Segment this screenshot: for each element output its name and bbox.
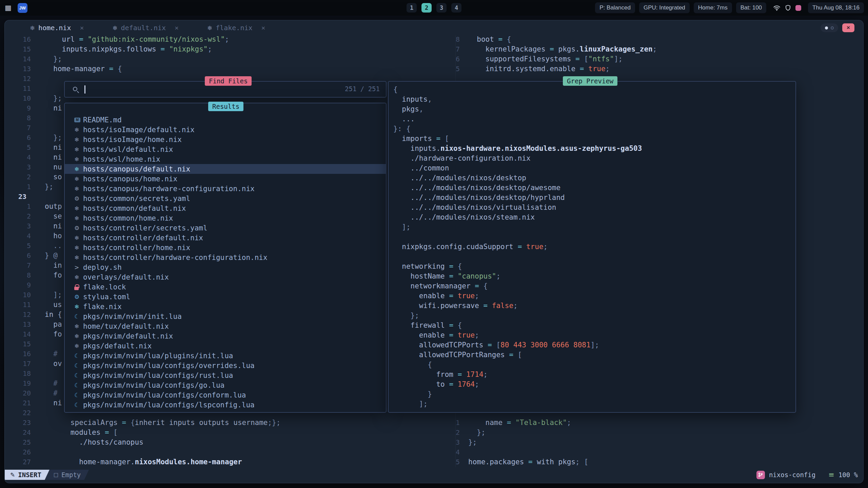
picker-item[interactable]: ❄hosts/isoImage/default.nix (65, 125, 386, 135)
picker-item[interactable]: ❄hosts/common/home.nix (65, 213, 386, 223)
picker-item[interactable]: ☾pkgs/nvim/nvim/lua/configs/go.lua (65, 380, 386, 390)
picker-item-label: pkgs/nvim/nvim/lua/configs/lspconfig.lua (83, 401, 255, 409)
app-launcher-icon[interactable]: ▦ (5, 4, 12, 12)
workspace-button-3[interactable]: 3 (436, 3, 447, 13)
code-line[interactable]: 5 initrd.systemd.enable = true; (5, 64, 863, 74)
picker-item[interactable]: ⚙hosts/common/secrets.yaml (65, 194, 386, 203)
line-number: 17 (18, 359, 31, 369)
preview-code-line: ../../modules/nixos/virtualisation (393, 203, 795, 212)
code-line[interactable]: 1 name = "Tela-black"; (5, 418, 863, 428)
line-number: 2 (447, 428, 460, 438)
picker-item[interactable]: ☾pkgs/nvim/nvim/lua/configs/overrides.lu… (65, 361, 386, 370)
tab-close-icon[interactable]: × (261, 24, 265, 32)
file-status-label: Empty (61, 471, 81, 479)
preview-code-line: to = 1764; (393, 380, 795, 389)
picker-item[interactable]: ❄overlays/default.nix (65, 272, 386, 282)
window-toggle-pill[interactable] (821, 23, 838, 32)
workspace-button-2[interactable]: 2 (421, 3, 432, 13)
line-number: 14 (18, 329, 31, 339)
code-line[interactable]: 2 }; (5, 428, 863, 438)
picker-item[interactable]: ❄flake.nix (65, 302, 386, 311)
picker-item[interactable]: ☾pkgs/nvim/nvim/lua/configs/lspconfig.lu… (65, 400, 386, 410)
picker-item[interactable]: ☾pkgs/nvim/nvim/lua/plugins/init.lua (65, 351, 386, 361)
code-line[interactable]: 4 (5, 447, 863, 457)
picker-item[interactable]: ❄hosts/wsl/default.nix (65, 144, 386, 154)
picker-item[interactable]: ❄hosts/controller/home.nix (65, 243, 386, 252)
picker-item[interactable]: MREADME.md (65, 115, 386, 125)
status-chip: GPU: Integrated (639, 2, 690, 13)
tab-home.nix[interactable]: ❄home.nix× (30, 24, 84, 32)
picker-item[interactable]: ❄pkgs/nvim/default.nix (65, 331, 386, 341)
system-bar-left: ▦ JW (5, 0, 27, 16)
code-line[interactable]: 5home.packages = with pkgs; [ (5, 457, 863, 467)
tab-default.nix[interactable]: ❄default.nix× (112, 24, 179, 32)
workspace-button-4[interactable]: 4 (451, 3, 461, 13)
preview-code-line: }; (393, 311, 795, 321)
line-number: 5 (18, 241, 31, 251)
picker-item[interactable]: ❄hosts/controller/default.nix (65, 233, 386, 243)
line-number: 23 (18, 192, 31, 202)
picker-item[interactable]: >deploy.sh (65, 262, 386, 272)
picker-item[interactable]: ❄hosts/wsl/home.nix (65, 154, 386, 164)
tab-label: flake.nix (216, 24, 252, 32)
picker-item[interactable]: ❄pkgs/default.nix (65, 341, 386, 351)
workspace-button-1[interactable]: 1 (407, 3, 417, 13)
pencil-icon: ✎ (10, 471, 15, 478)
line-number: 2 (18, 172, 31, 182)
tray-pink-badge[interactable] (795, 5, 801, 11)
system-bar-right: P: BalancedGPU: IntegratedHome: 7msBat: … (595, 0, 864, 16)
status-chip: Home: 7ms (694, 2, 732, 13)
preview-code-line: ../../modules/nixos/steam.nix (393, 212, 795, 222)
nix-snowflake-icon: ❄ (74, 323, 83, 330)
line-number: 8 (447, 35, 460, 44)
line-number: 8 (18, 113, 31, 123)
line-number: 19 (18, 379, 31, 388)
picker-item[interactable]: ☾pkgs/nvim/nvim/init.lua (65, 311, 386, 321)
code-line[interactable]: 8 boot = { (5, 35, 863, 44)
picker-item[interactable]: ❄hosts/canopus/hardware-configuration.ni… (65, 184, 386, 194)
status-right: nixos-config ≡ 100 % (756, 470, 858, 480)
code-line[interactable]: 6 supportedFilesystems = ["ntfs"]; (5, 54, 863, 64)
picker-item-label: pkgs/nvim/nvim/lua/plugins/init.lua (83, 352, 233, 360)
preview-code-line: hostName = "canopus"; (393, 271, 795, 281)
picker-item[interactable]: ⚙stylua.toml (65, 292, 386, 302)
picker-item-label: deploy.sh (83, 263, 122, 271)
picker-item[interactable]: ☾pkgs/nvim/nvim/lua/configs/conform.lua (65, 390, 386, 400)
tab-flake.nix[interactable]: ❄flake.nix× (207, 24, 265, 32)
nix-snowflake-icon: ❄ (74, 254, 83, 261)
picker-item[interactable]: ❄hosts/controller/hardware-configuration… (65, 252, 386, 262)
picker-item[interactable]: ⚙hosts/controller/secrets.yaml (65, 223, 386, 233)
line-number: 5 (18, 143, 31, 152)
nix-snowflake-icon: ❄ (74, 185, 83, 192)
code-line[interactable]: 7 kernelPackages = pkgs.linuxPackages_ze… (5, 44, 863, 54)
markdown-icon: M (74, 118, 80, 122)
line-number: 15 (18, 339, 31, 349)
wifi-icon[interactable] (773, 5, 781, 11)
window-close-button[interactable]: × (842, 23, 854, 32)
preview-code-line (393, 252, 795, 262)
line-number: 3 (18, 221, 31, 231)
yaml-icon: ⚙ (74, 195, 83, 202)
picker-item[interactable]: flake.lock (65, 282, 386, 292)
status-chip: P: Balanced (595, 2, 635, 13)
logo-badge[interactable]: JW (18, 3, 27, 13)
shield-icon[interactable] (785, 5, 791, 11)
code-line[interactable]: 3}; (5, 438, 863, 447)
results-panel: MREADME.md❄hosts/isoImage/default.nix❄ho… (64, 103, 387, 413)
picker-item[interactable]: ❄hosts/canopus/default.nix (65, 164, 386, 174)
tab-close-icon[interactable]: × (80, 24, 84, 32)
preview-code-line: nixpkgs.config.cudaSupport = true; (393, 242, 795, 252)
picker-item-label: hosts/wsl/home.nix (83, 155, 160, 163)
picker-item[interactable]: ❄home/tux/default.nix (65, 321, 386, 331)
tab-close-icon[interactable]: × (175, 24, 179, 32)
git-branch-icon (758, 472, 763, 477)
preview-code-line: }: { (393, 124, 795, 134)
picker-item[interactable]: ❄hosts/isoImage/home.nix (65, 135, 386, 144)
system-tray (773, 5, 801, 11)
picker-item[interactable]: ☾pkgs/nvim/nvim/lua/configs/rust.lua (65, 370, 386, 380)
picker-item[interactable]: ❄hosts/common/default.nix (65, 203, 386, 213)
preview-code-line: inputs.nixos-hardware.nixosModules.asus-… (393, 144, 795, 154)
preview-code-line: { (393, 360, 795, 370)
picker-item[interactable]: ❄hosts/canopus/home.nix (65, 174, 386, 184)
yaml-icon: ⚙ (74, 225, 83, 231)
